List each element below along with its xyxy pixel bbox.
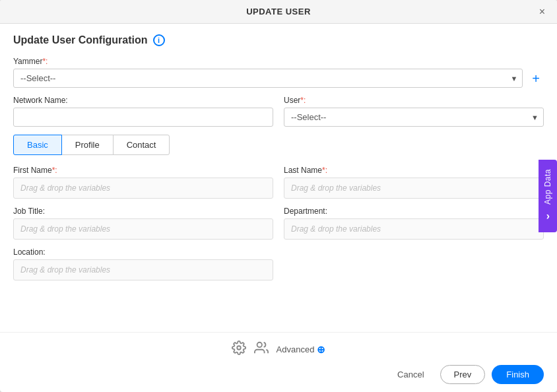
gear-button[interactable]: [232, 341, 246, 358]
yammer-input-row: --Select-- ▼ +: [13, 69, 544, 88]
network-name-group: Network Name:: [13, 96, 273, 127]
yammer-select[interactable]: --Select--: [13, 69, 523, 88]
network-name-input[interactable]: [13, 108, 273, 127]
name-row: First Name*: Last Name*:: [13, 166, 544, 199]
yammer-required: *:: [42, 57, 48, 66]
prev-button[interactable]: Prev: [440, 365, 486, 384]
yammer-group: Yammer*: --Select-- ▼ +: [13, 57, 544, 88]
tabs-row: Basic Profile Contact: [13, 135, 544, 155]
app-data-label: App Data: [543, 169, 552, 205]
location-group: Location:: [13, 247, 273, 280]
user-select[interactable]: --Select--: [284, 108, 544, 127]
advanced-button[interactable]: Advanced ⊕: [277, 344, 326, 356]
user-icon-button[interactable]: [254, 341, 269, 358]
tab-contact[interactable]: Contact: [113, 135, 170, 155]
cancel-button[interactable]: Cancel: [388, 366, 433, 383]
user-group: User*: --Select-- ▼: [284, 96, 544, 127]
job-title-group: Job Title:: [13, 207, 273, 240]
section-title: Update User Configuration i: [13, 34, 544, 46]
svg-point-0: [237, 346, 241, 350]
first-name-required: *:: [52, 166, 57, 175]
yammer-select-wrapper: --Select-- ▼: [13, 69, 523, 88]
section-title-text: Update User Configuration: [13, 34, 148, 46]
advanced-plus-icon: ⊕: [317, 344, 325, 356]
network-name-label: Network Name:: [13, 96, 273, 105]
first-name-input[interactable]: [13, 178, 273, 199]
department-label: Department:: [284, 207, 544, 216]
modal-footer: Advanced ⊕ Cancel Prev Finish: [0, 332, 557, 392]
job-title-input[interactable]: [13, 218, 273, 240]
svg-point-1: [257, 343, 261, 347]
first-name-label: First Name*:: [13, 166, 273, 175]
location-row: Location:: [13, 247, 544, 280]
user-group-icon: [254, 341, 269, 355]
last-name-required: *:: [322, 166, 327, 175]
yammer-row: Yammer*: --Select-- ▼ +: [13, 57, 544, 88]
modal-header: UPDATE USER ×: [0, 0, 557, 24]
location-input[interactable]: [13, 259, 273, 280]
modal-container: UPDATE USER × Update User Configuration …: [0, 0, 557, 392]
first-name-group: First Name*:: [13, 166, 273, 199]
modal-body: Update User Configuration i Yammer*: --S…: [0, 24, 557, 332]
user-label: User*:: [284, 96, 544, 105]
last-name-label: Last Name*:: [284, 166, 544, 175]
app-data-wrapper: ‹ App Data: [539, 0, 557, 392]
job-title-label: Job Title:: [13, 207, 273, 216]
tab-basic[interactable]: Basic: [13, 135, 62, 155]
user-required: *:: [300, 96, 306, 105]
advanced-row: Advanced ⊕: [13, 341, 544, 358]
app-data-tab[interactable]: ‹ App Data: [539, 160, 557, 232]
job-dept-row: Job Title: Department:: [13, 207, 544, 240]
finish-button[interactable]: Finish: [492, 365, 544, 384]
location-label: Location:: [13, 247, 273, 257]
network-user-row: Network Name: User*: --Select-- ▼: [13, 96, 544, 127]
department-input[interactable]: [284, 218, 544, 240]
app-data-chevron: ‹: [546, 211, 550, 223]
user-select-wrapper: --Select-- ▼: [284, 108, 544, 127]
last-name-input[interactable]: [284, 178, 544, 199]
footer-buttons: Cancel Prev Finish: [13, 365, 544, 384]
info-icon[interactable]: i: [153, 34, 165, 46]
tab-profile[interactable]: Profile: [61, 135, 114, 155]
modal-title: UPDATE USER: [246, 7, 311, 16]
department-group: Department:: [284, 207, 544, 240]
last-name-group: Last Name*:: [284, 166, 544, 199]
yammer-label: Yammer*:: [13, 57, 544, 66]
advanced-label: Advanced: [277, 344, 315, 354]
gear-icon: [232, 341, 246, 355]
